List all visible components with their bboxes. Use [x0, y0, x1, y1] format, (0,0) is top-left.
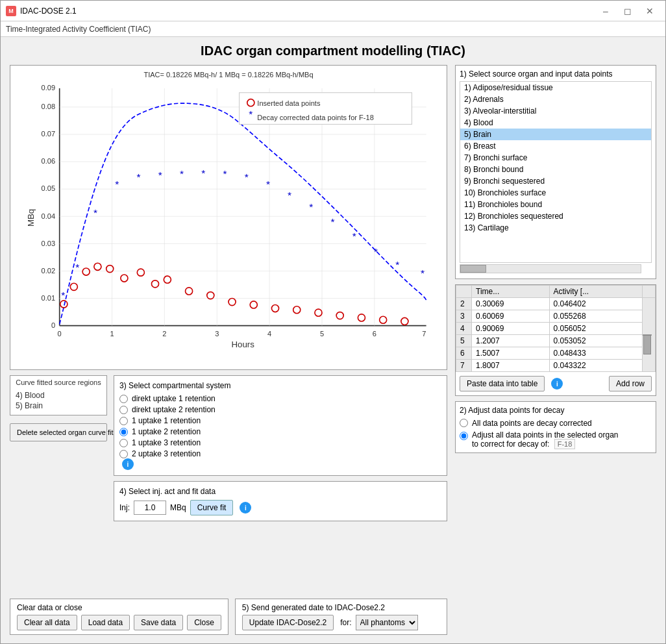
svg-point-51 — [315, 309, 322, 316]
svg-point-45 — [186, 288, 193, 295]
decay-option-0[interactable]: All data points are decay corrected — [460, 419, 652, 428]
comp-option-1[interactable]: direkt uptake 2 retention — [119, 405, 441, 414]
inj-value-input[interactable] — [134, 501, 166, 515]
comp-radio-4[interactable] — [119, 439, 128, 447]
svg-point-46 — [207, 292, 214, 299]
row-activity-0[interactable]: 0.046402 — [549, 298, 642, 310]
table-row[interactable]: 7 1.8007 0.043322 — [456, 360, 656, 372]
organ-item-12[interactable]: 13) Cartilage — [460, 222, 651, 234]
inj-label: Inj: — [119, 503, 130, 512]
save-data-button[interactable]: Save data — [134, 615, 183, 630]
curve-fitted-panel: Curve fitted source regions 4) Blood 5) … — [10, 375, 107, 415]
svg-text:*: * — [309, 201, 313, 212]
svg-text:0.02: 0.02 — [42, 267, 56, 275]
organ-item-8[interactable]: 9) Bronchi sequestered — [460, 175, 651, 187]
comp-radio-5[interactable] — [119, 450, 128, 458]
compartmental-radio-group: direkt uptake 1 retention direkt uptake … — [119, 394, 441, 458]
comp-option-5[interactable]: 2 uptake 3 retention — [119, 449, 441, 458]
organ-item-4[interactable]: 5) Brain — [460, 129, 651, 140]
comp-radio-2[interactable] — [119, 417, 128, 425]
svg-text:5: 5 — [320, 330, 324, 338]
compartmental-info-button[interactable]: i — [122, 458, 134, 470]
isotope-label: F-18 — [554, 439, 576, 449]
phantom-select[interactable]: All phantoms — [356, 615, 418, 630]
table-row[interactable]: 3 0.60069 0.055268 — [456, 310, 656, 323]
close-button-panel[interactable]: Close — [187, 615, 221, 630]
svg-text:*: * — [352, 230, 356, 242]
svg-point-38 — [82, 268, 90, 275]
organ-list-hscrollbar[interactable] — [460, 264, 641, 273]
clear-panel: Clear data or close Clear all data Load … — [10, 599, 228, 635]
row-time-1[interactable]: 0.60069 — [472, 310, 550, 323]
svg-text:*: * — [395, 259, 399, 270]
decay-radio-1[interactable] — [460, 432, 468, 440]
organ-item-10[interactable]: 11) Bronchioles bound — [460, 199, 651, 210]
chart-panel: TIAC= 0.18226 MBq-h/ 1 MBq = 0.18226 MBq… — [10, 65, 447, 370]
row-time-3[interactable]: 1.2007 — [472, 335, 550, 347]
table-header-activity: Activity [... — [549, 286, 642, 298]
curve-fit-button[interactable]: Curve fit — [190, 500, 234, 515]
organ-item-6[interactable]: 7) Bronchi surface — [460, 152, 651, 164]
comp-option-3[interactable]: 1 uptake 2 retention — [119, 427, 441, 436]
clear-all-data-button[interactable]: Clear all data — [17, 615, 77, 630]
table-row[interactable]: 6 1.5007 0.048433 — [456, 347, 656, 360]
comp-radio-1[interactable] — [119, 406, 128, 414]
row-num-2: 4 — [456, 323, 472, 335]
organ-item-1[interactable]: 2) Adrenals — [460, 93, 651, 105]
comp-option-0[interactable]: direkt uptake 1 retention — [119, 394, 441, 403]
paste-data-button[interactable]: Paste data into table — [460, 376, 545, 391]
row-time-4[interactable]: 1.5007 — [472, 347, 550, 360]
row-activity-3[interactable]: 0.053052 — [549, 335, 642, 347]
decay-title: 2) Adjust data points for decay — [460, 406, 652, 415]
organ-item-11[interactable]: 12) Bronchioles sequestered — [460, 210, 651, 222]
comp-option-2[interactable]: 1 uptake 1 retention — [119, 416, 441, 425]
organ-item-0[interactable]: 1) Adipose/residual tissue — [460, 82, 651, 93]
svg-text:*: * — [266, 179, 270, 190]
minimize-button[interactable]: – — [595, 4, 616, 18]
table-row[interactable]: 2 0.30069 0.046402 — [456, 298, 656, 310]
comp-option-4[interactable]: 1 uptake 3 retention — [119, 438, 441, 447]
decay-radio-0[interactable] — [460, 419, 468, 427]
svg-text:MBq: MBq — [26, 209, 36, 227]
update-idac-button[interactable]: Update IDAC-Dose2.2 — [242, 615, 334, 630]
chart-svg: MBq Hours 0 0.01 0.02 0.03 0.04 0.05 — [16, 81, 441, 362]
row-activity-4[interactable]: 0.048433 — [549, 347, 642, 360]
close-button[interactable]: ✕ — [639, 4, 660, 18]
row-activity-5[interactable]: 0.043322 — [549, 360, 642, 372]
load-data-button[interactable]: Load data — [81, 615, 130, 630]
chart-area: MBq Hours 0 0.01 0.02 0.03 0.04 0.05 — [16, 81, 441, 362]
table-row[interactable]: 5 1.2007 0.053052 — [456, 335, 656, 347]
comp-radio-0[interactable] — [119, 395, 128, 403]
svg-text:0.05: 0.05 — [42, 184, 56, 192]
table-header-time: Time... — [472, 286, 550, 298]
inj-info-button[interactable]: i — [240, 502, 251, 514]
row-activity-1[interactable]: 0.055268 — [549, 310, 642, 323]
table-row[interactable]: 4 0.90069 0.056052 — [456, 323, 656, 335]
row-time-0[interactable]: 0.30069 — [472, 298, 550, 310]
chart-subtitle: TIAC= 0.18226 MBq-h/ 1 MBq = 0.18226 MBq… — [16, 71, 441, 79]
decay-option-1[interactable]: Adjust all data points in the selected o… — [460, 430, 652, 449]
organ-item-5[interactable]: 6) Breast — [460, 140, 651, 152]
curve-fitted-list: 4) Blood 5) Brain — [13, 389, 104, 412]
svg-text:*: * — [421, 267, 425, 279]
table-vscrollbar[interactable] — [643, 298, 656, 372]
inj-panel-title: 4) Select inj. act and fit data — [119, 487, 441, 496]
row-num-5: 7 — [456, 360, 472, 372]
organ-item-9[interactable]: 10) Bronchioles surface — [460, 187, 651, 199]
svg-text:*: * — [137, 171, 141, 182]
comp-radio-3[interactable] — [119, 428, 128, 436]
svg-point-43 — [151, 280, 158, 288]
add-row-button[interactable]: Add row — [609, 376, 652, 391]
row-activity-2[interactable]: 0.056052 — [549, 323, 642, 335]
svg-text:*: * — [223, 168, 227, 179]
row-time-5[interactable]: 1.8007 — [472, 360, 550, 372]
maximize-button[interactable]: ◻ — [617, 4, 638, 18]
table-header-scroll — [643, 286, 656, 298]
organ-list[interactable]: 1) Adipose/residual tissue 2) Adrenals 3… — [460, 81, 652, 263]
row-time-2[interactable]: 0.90069 — [472, 323, 550, 335]
delete-organ-curve-fit-button[interactable]: Delete selected organ curve fit — [10, 423, 107, 441]
organ-item-3[interactable]: 4) Blood — [460, 117, 651, 129]
organ-item-2[interactable]: 3) Alveolar-interstitial — [460, 105, 651, 117]
organ-item-7[interactable]: 8) Bronchi bound — [460, 164, 651, 175]
table-info-button[interactable]: i — [551, 378, 563, 390]
